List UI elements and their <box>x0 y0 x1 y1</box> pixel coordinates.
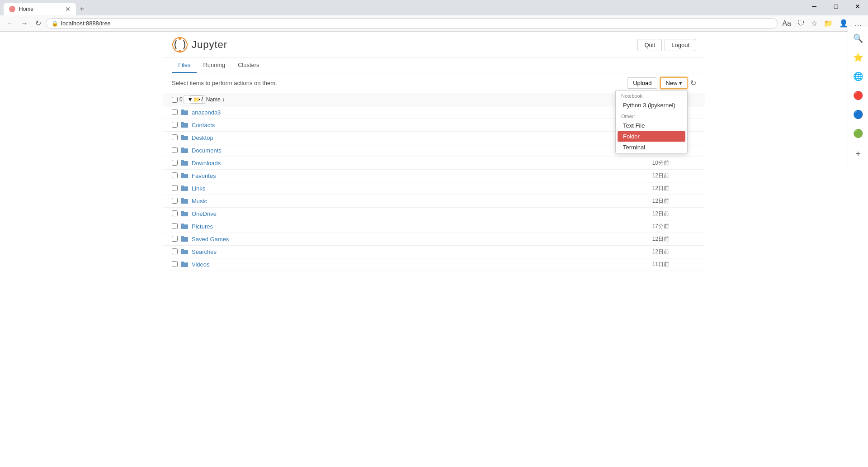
forward-button[interactable]: → <box>18 18 31 29</box>
tab-files[interactable]: Files <box>172 58 197 73</box>
address-bar[interactable]: 🔒 localhost:8888/tree <box>46 18 778 29</box>
file-name-6[interactable]: Links <box>192 185 615 192</box>
file-checkbox-11[interactable] <box>172 248 178 254</box>
table-row: Saved Games 12日前 <box>163 233 705 246</box>
row-checkbox-8[interactable] <box>172 210 181 218</box>
file-name-1[interactable]: Contacts <box>192 122 615 129</box>
new-button-label: New ▾ <box>665 80 682 86</box>
jupyter-header: Jupyter Quit Logout <box>163 32 705 58</box>
file-checkbox-0[interactable] <box>172 109 178 115</box>
row-checkbox-10[interactable] <box>172 236 181 243</box>
quit-button[interactable]: Quit <box>637 39 662 51</box>
back-button[interactable]: ← <box>4 18 16 29</box>
sidebar-search-button[interactable]: 🔍 <box>849 29 867 48</box>
file-name-3[interactable]: Documents <box>192 147 615 154</box>
sidebar-favorites-button[interactable]: ⭐ <box>849 48 867 67</box>
row-checkbox-6[interactable] <box>172 185 181 192</box>
logout-button[interactable]: Logout <box>665 39 696 51</box>
tab-running[interactable]: Running <box>197 58 231 73</box>
sidebar-outlook-button[interactable]: 🔵 <box>849 105 867 124</box>
jupyter-toolbar: Select items to perform actions on them.… <box>163 73 705 93</box>
new-tab-button[interactable]: + <box>77 4 87 15</box>
upload-button[interactable]: Upload <box>627 77 657 89</box>
other-section-label: Other: <box>616 111 687 120</box>
row-checkbox-12[interactable] <box>172 261 181 268</box>
window-restore-button[interactable]: □ <box>826 0 846 13</box>
file-date-6: 12日前 <box>615 185 669 192</box>
sidebar-history-button[interactable]: 🌐 <box>849 67 867 86</box>
folder-icon-9 <box>181 223 192 230</box>
select-info-text: Select items to perform actions on them. <box>172 80 277 86</box>
tab-clusters[interactable]: Clusters <box>231 58 266 73</box>
file-checkbox-6[interactable] <box>172 185 178 191</box>
text-file-item[interactable]: Text File <box>616 120 687 131</box>
terminal-item[interactable]: Terminal <box>616 142 687 153</box>
file-checkbox-10[interactable] <box>172 236 178 242</box>
name-column-header[interactable]: Name ↓ <box>206 96 615 103</box>
reader-view-button[interactable]: Aa <box>779 17 794 29</box>
file-name-2[interactable]: Desktop <box>192 134 615 141</box>
row-checkbox-4[interactable] <box>172 160 181 167</box>
new-button[interactable]: New ▾ <box>660 77 688 89</box>
folder-icon-8 <box>181 210 192 218</box>
file-name-0[interactable]: anaconda3 <box>192 109 615 116</box>
row-checkbox-2[interactable] <box>172 134 181 142</box>
file-name-7[interactable]: Music <box>192 198 615 205</box>
sidebar-translate-button[interactable]: 🟢 <box>849 124 867 143</box>
shield-button[interactable]: 🛡 <box>795 17 807 29</box>
file-checkbox-3[interactable] <box>172 147 178 153</box>
file-name-12[interactable]: Videos <box>192 261 615 268</box>
svg-point-1 <box>179 37 181 40</box>
row-checkbox-3[interactable] <box>172 147 181 154</box>
file-date-4: 10分前 <box>615 159 669 167</box>
file-name-10[interactable]: Saved Games <box>192 236 615 243</box>
browser-sidebar: 🔍 ⭐ 🌐 🔴 🔵 🟢 + <box>848 27 868 167</box>
item-count: 0 <box>179 96 183 103</box>
collections-button[interactable]: 📁 <box>821 17 835 29</box>
file-date-10: 12日前 <box>615 235 669 243</box>
python3-item[interactable]: Python 3 (ipykernel) <box>616 100 687 111</box>
favorites-button[interactable]: ☆ <box>808 17 820 29</box>
sidebar-add-button[interactable]: + <box>849 145 867 163</box>
row-checkbox-1[interactable] <box>172 122 181 129</box>
file-name-11[interactable]: Searches <box>192 248 615 255</box>
tab-close-button[interactable]: ✕ <box>65 5 71 13</box>
file-checkbox-1[interactable] <box>172 122 178 128</box>
folder-icon-10 <box>181 235 192 243</box>
reload-button[interactable]: ↻ <box>33 17 44 29</box>
refresh-button[interactable]: ↻ <box>690 79 696 87</box>
file-checkbox-8[interactable] <box>172 210 178 216</box>
sidebar-office-button[interactable]: 🔴 <box>849 86 867 105</box>
row-checkbox-5[interactable] <box>172 172 181 180</box>
file-name-4[interactable]: Downloads <box>192 160 615 167</box>
svg-rect-6 <box>181 122 184 124</box>
svg-rect-14 <box>181 173 184 175</box>
file-name-9[interactable]: Pictures <box>192 223 615 230</box>
file-checkbox-9[interactable] <box>172 223 178 229</box>
file-date-12: 11日前 <box>615 261 669 268</box>
row-checkbox-0[interactable] <box>172 109 181 116</box>
row-checkbox-7[interactable] <box>172 198 181 205</box>
file-checkbox-5[interactable] <box>172 172 178 178</box>
breadcrumb-button[interactable]: 📁 / <box>190 95 206 104</box>
jupyter-logo-icon <box>172 37 188 53</box>
file-date-11: 12日前 <box>615 248 669 256</box>
file-name-8[interactable]: OneDrive <box>192 210 615 217</box>
svg-rect-8 <box>181 135 184 137</box>
folder-item[interactable]: Folder <box>618 131 685 142</box>
file-name-5[interactable]: Favorites <box>192 172 615 179</box>
file-checkbox-7[interactable] <box>172 198 178 204</box>
svg-rect-22 <box>181 224 184 225</box>
table-row: Downloads 10分前 <box>163 157 705 170</box>
svg-rect-20 <box>181 211 184 213</box>
folder-icon-breadcrumb: 📁 <box>193 96 200 103</box>
file-checkbox-4[interactable] <box>172 160 178 166</box>
file-checkbox-2[interactable] <box>172 134 178 140</box>
window-close-button[interactable]: ✕ <box>847 0 868 13</box>
file-checkbox-12[interactable] <box>172 261 178 267</box>
row-checkbox-9[interactable] <box>172 223 181 230</box>
row-checkbox-11[interactable] <box>172 248 181 256</box>
select-all-checkbox[interactable] <box>172 97 178 103</box>
browser-tab[interactable]: Home ✕ <box>4 3 76 15</box>
window-minimize-button[interactable]: ─ <box>804 0 825 13</box>
